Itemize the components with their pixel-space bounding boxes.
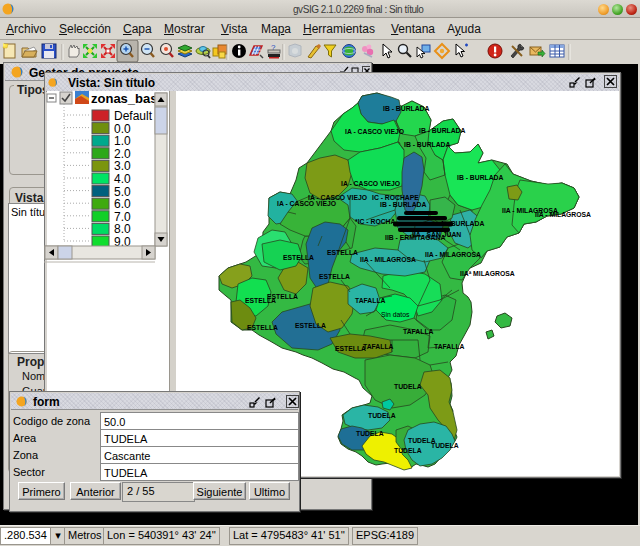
svg-text:IIB - ERMITAGANA: IIB - ERMITAGANA [385, 234, 445, 241]
svg-text:ESTELLA: ESTELLA [247, 324, 278, 331]
svg-text:Sin datos: Sin datos [381, 311, 410, 318]
svg-text:ESTELLA: ESTELLA [335, 345, 366, 352]
svg-text:ESTELLA: ESTELLA [295, 322, 326, 329]
svg-text:*IC - ROCHA: *IC - ROCHA [355, 218, 395, 225]
svg-text:IA - CASCO VIEJO: IA - CASCO VIEJO [341, 180, 400, 187]
svg-text:TAFALLA: TAFALLA [403, 328, 434, 335]
svg-text:IB - BURLADA: IB - BURLADA [419, 127, 466, 134]
svg-text:IB - BURLADA: IB - BURLADA [457, 174, 504, 181]
svg-text:TUDELA: TUDELA [356, 430, 384, 437]
svg-text:TUDELA: TUDELA [394, 447, 422, 454]
svg-text:TUDELA: TUDELA [431, 442, 459, 449]
svg-text:ESTELLA: ESTELLA [327, 249, 358, 256]
svg-text:zonas_bas: zonas_bas [91, 91, 157, 106]
svg-text:IIA - MILAGROSA: IIA - MILAGROSA [360, 256, 416, 263]
svg-text:TUDELA: TUDELA [368, 412, 396, 419]
svg-text:TAFALLA: TAFALLA [434, 343, 465, 350]
svg-text:ESTELLA: ESTELLA [283, 254, 314, 261]
svg-text:TUDELA: TUDELA [394, 383, 422, 390]
svg-text:IA - CASCO VIEJO: IA - CASCO VIEJO [277, 200, 336, 207]
svg-text:IA - CASCO VIEJO: IA - CASCO VIEJO [345, 128, 404, 135]
svg-text:IIA - MILAGROSA: IIA - MILAGROSA [425, 251, 481, 258]
svg-text:IC - ROCHAPE: IC - ROCHAPE [372, 194, 419, 201]
svg-text:ESTELLA: ESTELLA [245, 297, 276, 304]
svg-text:TAFALLA: TAFALLA [355, 297, 386, 304]
svg-text:IB - BURLADA: IB - BURLADA [404, 141, 451, 148]
svg-text:IB - BURLADA: IB - BURLADA [380, 201, 427, 208]
svg-text:ESTELLA: ESTELLA [319, 273, 350, 280]
svg-text:IIAª MILAGROSA: IIAª MILAGROSA [460, 270, 515, 277]
svg-text:IB - BURLADA: IB - BURLADA [383, 105, 430, 112]
svg-text:IIA - MILAGROSA: IIA - MILAGROSA [535, 211, 591, 218]
svg-text:TAFALLA: TAFALLA [363, 343, 394, 350]
svg-text:A - BURLADA: A - BURLADA [440, 220, 484, 227]
